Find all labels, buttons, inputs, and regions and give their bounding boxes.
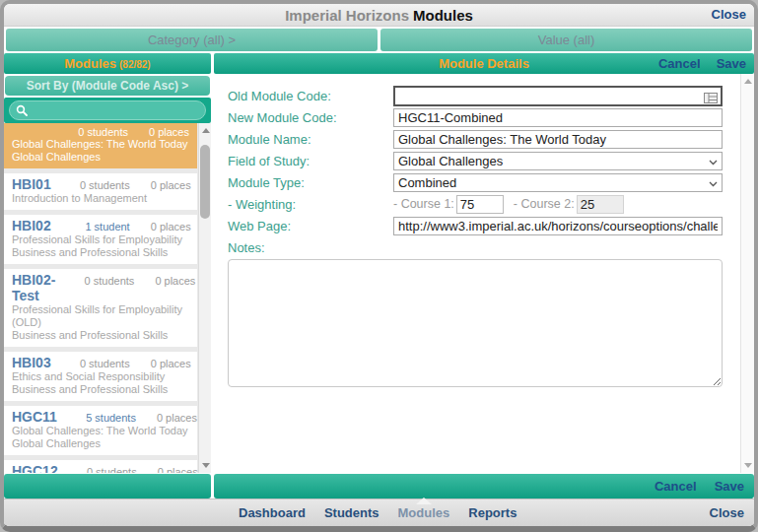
code-picker-icon[interactable] [704,90,718,107]
modules-list-title-text: Modules [64,56,116,71]
module-type-label: Module Type: [228,175,393,190]
module-list-item[interactable]: HBI02-Test 0 students 0 places Professio… [4,269,197,347]
field-of-study-select[interactable]: Global Challenges [393,152,723,170]
search-input[interactable] [32,103,199,117]
module-title: Ethics and Social Responsibility [12,370,189,383]
module-list: 0 students 0 places Global Challenges: T… [4,123,211,473]
module-list-scrollbar[interactable] [198,123,211,473]
search-icon [16,104,28,116]
footer-close-button[interactable]: Close [710,505,744,520]
module-details-panel: Module Details Cancel Save Old Module Co… [214,53,754,499]
field-of-study-label: Field of Study: [228,154,393,168]
modules-list-title: Modules(82/82) [64,56,150,71]
web-page-input[interactable] [393,217,723,235]
module-students-count: 0 students [51,179,130,191]
weighting-row: - Weighting: - Course 1: - Course 2: [228,194,723,214]
cancel-button-top[interactable]: Cancel [658,56,701,71]
module-type-value: Combined [398,175,456,190]
module-title: Introduction to Management [12,192,189,205]
notes-label: Notes: [228,240,393,255]
module-list-item[interactable]: HGC12 0 students 0 places Global Challen… [4,460,197,473]
new-module-code-row: New Module Code: [228,107,723,127]
old-module-code-row: Old Module Code: [228,86,723,105]
module-code: HBI02 [12,218,51,233]
module-category: Business and Professional Skills [12,246,189,259]
save-button-top[interactable]: Save [717,56,746,71]
module-students-count: 5 students [57,412,136,424]
module-list-item[interactable]: HBI01 0 students 0 places Introduction t… [4,173,197,210]
module-students-count: 0 students [58,466,137,473]
weighting-label: - Weighting: [228,197,393,212]
module-code: HBI02-Test [12,272,55,303]
module-students-count: 0 students [55,275,134,287]
web-page-row: Web Page: [228,216,723,235]
module-title: Global Challenges: The World Today [12,425,189,437]
field-of-study-value: Global Challenges [398,154,503,168]
course1-weight-input[interactable] [456,195,504,214]
filter-row: Category (all) > Value (all) [4,27,754,53]
app-window: Imperial HorizonsModules Close Category … [0,0,758,532]
module-list-item[interactable]: HBI02 1 student 0 places Professional Sk… [4,215,197,264]
module-places-count: 0 places [130,221,191,233]
scroll-down-arrow-icon[interactable] [202,463,210,468]
page-title-section: Modules [413,7,473,24]
module-category: Global Challenges [12,151,189,164]
footer-nav: Dashboard Students Modules Reports [239,505,517,520]
field-of-study-row: Field of Study: Global Challenges [228,151,723,170]
module-category: Global Challenges [12,437,189,450]
sidebar-footer-bar [4,474,211,499]
header-actions: Cancel Save [658,56,746,71]
main-area: Modules(82/82) Sort By (Module Code Asc)… [4,53,754,499]
new-module-code-label: New Module Code: [228,110,393,125]
search-bar [4,98,211,123]
modules-list-header: Modules(82/82) [4,53,211,74]
page-title-prefix: Imperial Horizons [285,7,409,24]
module-code: HGC12 [12,463,58,473]
module-name-input[interactable] [393,130,723,149]
module-list-item[interactable]: HBI03 0 students 0 places Ethics and Soc… [4,352,197,401]
module-type-select[interactable]: Combined [393,173,723,192]
scroll-up-arrow-icon[interactable] [202,128,210,133]
nav-dashboard[interactable]: Dashboard [239,505,306,520]
module-students-count: 0 students [49,126,128,138]
scroll-down-arrow-icon[interactable] [744,463,752,468]
chevron-down-icon [709,154,718,168]
course2-label: - Course 2: [514,197,575,211]
notes-textarea[interactable] [228,259,723,387]
save-button-bottom[interactable]: Save [715,479,744,494]
nav-reports[interactable]: Reports [468,505,517,520]
module-details-form: Old Module Code: New Module Code: [214,74,754,473]
module-title: Professional Skills for Employability (O… [12,303,189,329]
scroll-up-arrow-icon[interactable] [744,79,752,84]
new-module-code-input[interactable] [393,108,723,127]
module-category: Business and Professional Skills [12,329,189,342]
module-students-count: 0 students [51,358,130,369]
details-scrollbar[interactable] [740,74,754,473]
module-places-count: 0 places [128,126,189,138]
module-title: Global Challenges: The World Today [12,138,189,151]
module-code: HBI03 [12,355,51,370]
close-button[interactable]: Close [712,7,746,22]
old-module-code-input[interactable] [393,86,723,106]
course1-label: - Course 1: [393,197,454,211]
cancel-button-bottom[interactable]: Cancel [655,479,697,494]
module-list-item[interactable]: HGC11 5 students 0 places Global Challen… [4,406,197,455]
page-title: Imperial HorizonsModules [285,7,473,24]
module-category: Business and Professional Skills [12,383,189,396]
category-filter-button[interactable]: Category (all) > [6,29,378,51]
notes-label-row: Notes: [228,237,723,257]
module-students-count: 1 student [51,221,130,233]
sort-by-button[interactable]: Sort By (Module Code Asc) > [5,76,210,96]
module-places-count: 0 places [137,466,198,473]
scrollbar-thumb[interactable] [200,145,210,219]
value-filter-button[interactable]: Value (all) [380,29,752,51]
module-name-label: Module Name: [228,132,393,147]
nav-students[interactable]: Students [324,505,379,520]
web-page-label: Web Page: [228,219,393,233]
search-field-wrap [9,100,206,120]
nav-modules[interactable]: Modules [398,505,450,520]
module-code: HGC11 [12,409,57,425]
module-details-header: Module Details Cancel Save [214,53,754,74]
module-list-item[interactable]: 0 students 0 places Global Challenges: T… [4,123,197,168]
chevron-down-icon [709,175,718,190]
